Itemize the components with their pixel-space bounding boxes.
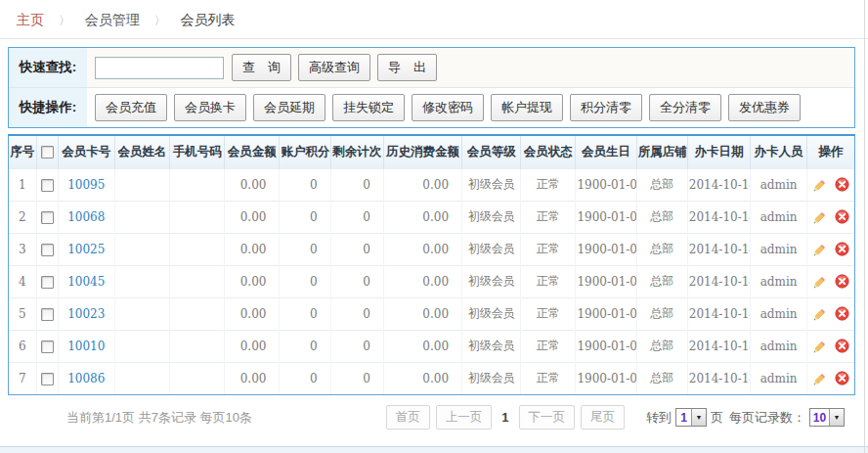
delete-button[interactable] xyxy=(835,371,849,385)
column-header-ops: 操作 xyxy=(807,136,854,168)
column-header-status: 会员状态 xyxy=(521,136,576,168)
pencil-icon xyxy=(813,372,827,385)
edit-button[interactable] xyxy=(813,243,827,256)
report-loss-lock-button[interactable]: 挂失锁定 xyxy=(332,94,405,121)
card-no-cell: 10045 xyxy=(58,265,114,297)
row-checkbox[interactable] xyxy=(41,340,54,353)
birthday-cell: 1900-01-01 xyxy=(576,362,636,394)
history-cell: 0.00 xyxy=(383,265,461,297)
edit-button[interactable] xyxy=(813,372,827,385)
edit-button[interactable] xyxy=(813,178,827,192)
status-cell: 正常 xyxy=(521,362,576,394)
pencil-icon xyxy=(813,210,827,224)
amount-cell: 0.00 xyxy=(225,168,280,201)
account-withdraw-button[interactable]: 帐户提现 xyxy=(491,94,563,121)
birthday-cell: 1900-01-01 xyxy=(576,330,636,362)
quick-actions-row: 快捷操作: 会员充值 会员换卡 会员延期 挂失锁定 修改密码 帐户提现 积分清零… xyxy=(9,87,854,127)
edit-button[interactable] xyxy=(813,210,827,224)
edit-button[interactable] xyxy=(813,340,827,353)
column-header-store: 所属店铺 xyxy=(636,136,687,168)
operator-cell: admin xyxy=(751,201,807,233)
phone-cell xyxy=(170,233,225,265)
column-header-history: 历史消费金额 xyxy=(383,136,461,168)
next-page-button[interactable]: 下一页 xyxy=(519,405,576,430)
row-checkbox[interactable] xyxy=(41,308,54,321)
table-row: 6100100.00000.00初级会员正常1900-01-01总部2014-1… xyxy=(9,330,854,362)
member-change-card-button[interactable]: 会员换卡 xyxy=(174,94,246,121)
delete-button[interactable] xyxy=(835,274,849,289)
index-cell: 6 xyxy=(9,330,36,362)
clear-all-points-button[interactable]: 全分清零 xyxy=(649,94,721,121)
phone-cell xyxy=(170,265,225,297)
edit-button[interactable] xyxy=(813,307,827,321)
export-button[interactable]: 导 出 xyxy=(377,54,437,81)
amount-cell: 0.00 xyxy=(225,297,280,330)
level-cell: 初级会员 xyxy=(462,201,521,233)
breadcrumb-member-management[interactable]: 会员管理 xyxy=(85,12,140,27)
row-actions-cell xyxy=(807,233,854,265)
change-password-button[interactable]: 修改密码 xyxy=(412,94,484,121)
card-no-cell: 10023 xyxy=(58,297,114,330)
row-checkbox[interactable] xyxy=(41,373,54,385)
points-cell: 0 xyxy=(280,201,330,233)
row-checkbox[interactable] xyxy=(41,211,54,224)
send-coupon-button[interactable]: 发优惠券 xyxy=(728,94,801,121)
member-card-link[interactable]: 10095 xyxy=(67,178,105,192)
column-header-birthday: 会员生日 xyxy=(576,136,636,168)
name-cell xyxy=(114,265,169,297)
points-cell: 0 xyxy=(280,265,330,297)
points-cell: 0 xyxy=(280,330,330,362)
row-checkbox[interactable] xyxy=(41,179,54,192)
column-header-select-all xyxy=(36,136,58,168)
card-no-cell: 10025 xyxy=(58,233,114,265)
pencil-icon xyxy=(813,340,827,353)
delete-button[interactable] xyxy=(835,177,849,192)
store-cell: 总部 xyxy=(636,168,687,201)
search-button[interactable]: 查 询 xyxy=(232,54,291,81)
row-checkbox[interactable] xyxy=(41,276,54,289)
edit-button[interactable] xyxy=(813,275,827,289)
goto-page-value: 1 xyxy=(676,409,691,426)
level-cell: 初级会员 xyxy=(462,362,521,394)
delete-button[interactable] xyxy=(835,339,849,353)
pencil-icon xyxy=(813,243,827,256)
times-cell: 0 xyxy=(330,265,383,297)
column-header-points: 账户积分 xyxy=(280,136,330,168)
breadcrumb: 主页 〉 会员管理 〉 会员列表 xyxy=(0,0,868,39)
delete-button[interactable] xyxy=(835,306,849,321)
search-input[interactable] xyxy=(95,57,224,79)
delete-button[interactable] xyxy=(835,209,849,224)
delete-icon xyxy=(835,371,849,385)
column-header-phone: 手机号码 xyxy=(170,136,225,168)
member-card-link[interactable]: 10025 xyxy=(67,243,105,256)
first-page-button[interactable]: 首页 xyxy=(386,405,430,430)
breadcrumb-home[interactable]: 主页 xyxy=(17,12,44,27)
last-page-button[interactable]: 尾页 xyxy=(581,405,625,430)
select-all-checkbox[interactable] xyxy=(41,146,54,159)
chevron-down-icon: ▼ xyxy=(691,409,706,426)
member-card-link[interactable]: 10023 xyxy=(67,307,105,321)
name-cell xyxy=(114,297,169,330)
member-card-link[interactable]: 10045 xyxy=(67,275,105,289)
row-checkbox[interactable] xyxy=(41,244,54,256)
row-actions-cell xyxy=(807,201,854,233)
advanced-search-button[interactable]: 高级查询 xyxy=(298,54,370,81)
member-card-link[interactable]: 10068 xyxy=(67,210,105,224)
row-checkbox-cell xyxy=(36,265,58,297)
member-recharge-button[interactable]: 会员充值 xyxy=(95,94,167,121)
table-row: 4100450.00000.00初级会员正常1900-01-01总部2014-1… xyxy=(9,265,854,297)
prev-page-button[interactable]: 上一页 xyxy=(436,405,493,430)
member-extend-button[interactable]: 会员延期 xyxy=(253,94,326,121)
operator-cell: admin xyxy=(751,265,807,297)
clear-points-button[interactable]: 积分清零 xyxy=(570,94,642,121)
phone-cell xyxy=(170,330,225,362)
column-header-card_no: 会员卡号 xyxy=(58,136,114,168)
quick-search-label: 快速查找: xyxy=(9,48,87,87)
birthday-cell: 1900-01-01 xyxy=(576,168,636,201)
delete-button[interactable] xyxy=(835,242,849,256)
member-card-link[interactable]: 10086 xyxy=(67,372,105,385)
page-size-select[interactable]: 10 ▼ xyxy=(809,408,845,427)
column-header-index: 序号 xyxy=(9,136,36,168)
member-card-link[interactable]: 10010 xyxy=(67,340,105,353)
goto-page-select[interactable]: 1 ▼ xyxy=(675,408,707,427)
